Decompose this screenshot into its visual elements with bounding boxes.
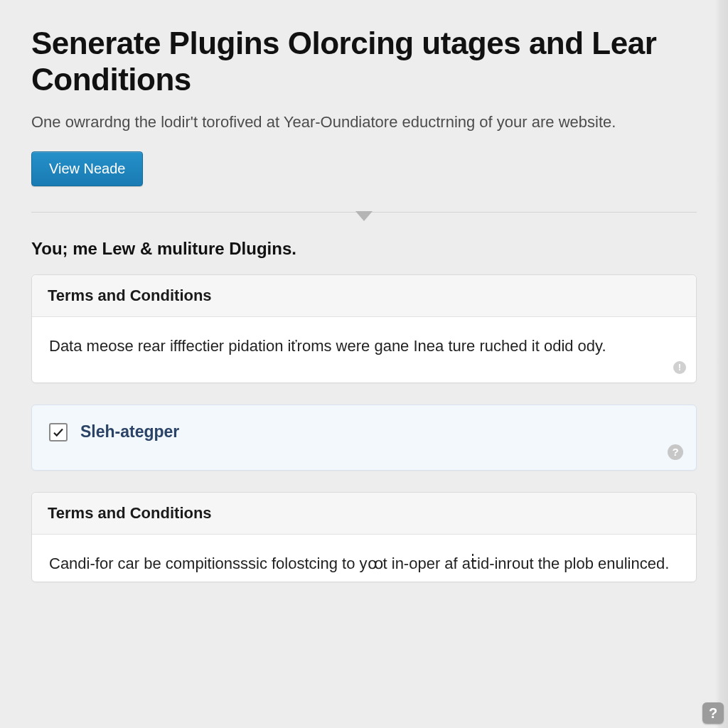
page-subtitle: One owrardng the lodir't torofived at Ye… [31,113,697,132]
terms-card-2: Terms and Conditions Candi-for car be co… [31,492,697,582]
section-heading: You; me Lew & muliture Dlugins. [31,239,697,259]
page-title: Senerate Plugins Olorcing utages and Lea… [31,26,657,97]
scrollbar-gutter [715,0,728,728]
check-icon [52,426,65,439]
card-header: Terms and Conditions [32,275,696,317]
section-divider [31,212,697,232]
page-root: Senerate Plugins Olorcing utages and Lea… [0,0,728,728]
option-label: Sleh-ategper [80,422,179,441]
card-body: Candi-for car be compitionsssic folostci… [32,535,696,582]
option-checkbox[interactable] [49,423,68,441]
terms-card-1: Terms and Conditions Data meose rear iff… [31,274,697,383]
view-neade-button[interactable]: View Neade [31,151,143,186]
chevron-down-icon[interactable] [355,211,373,221]
option-card: Sleh-ategper ? [31,405,697,471]
card-header: Terms and Conditions [32,493,696,535]
floating-help-button[interactable]: ? [702,702,724,724]
card-body: Data meose rear ifffectier pidation iťro… [32,317,696,382]
